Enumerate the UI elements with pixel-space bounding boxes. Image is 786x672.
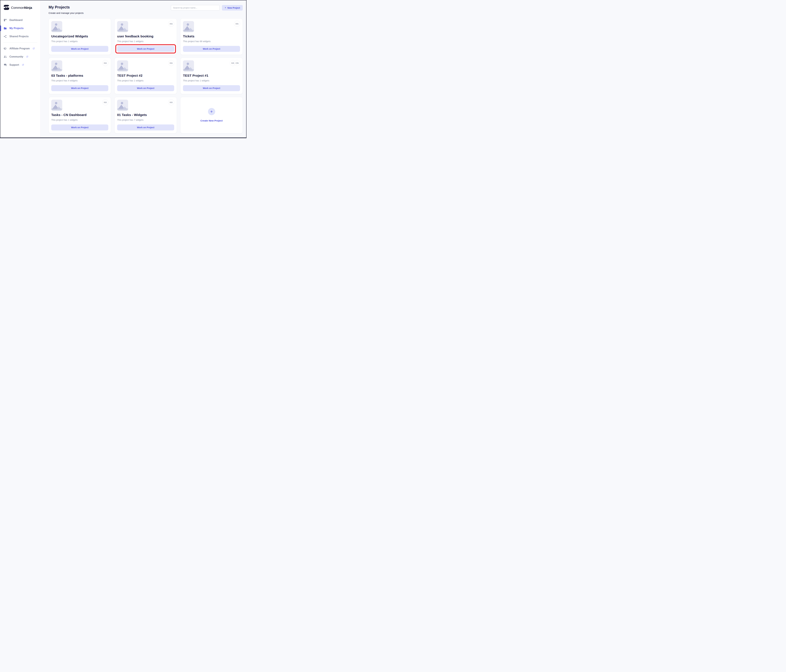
collaborator-badge: HA	[168, 21, 174, 27]
work-on-project-button[interactable]: Work on Project	[117, 46, 174, 52]
people-icon	[3, 55, 7, 58]
new-project-button[interactable]: + New Project	[222, 5, 243, 11]
collaborator-badge: CN	[234, 60, 240, 66]
project-widget-count: This project has 1 widgets	[117, 40, 174, 42]
collaborator-badge: HA	[102, 60, 108, 66]
page-title: My Projects	[49, 5, 83, 9]
project-thumbnail-image	[51, 21, 62, 32]
project-thumbnail-image	[51, 60, 62, 71]
project-thumbnail-image	[117, 60, 128, 71]
collaborator-badge: HA	[234, 21, 240, 27]
projects-grid: Uncategorized Widgets This project has 1…	[49, 18, 243, 133]
sidebar-item-label: Community	[9, 55, 23, 58]
work-on-project-button[interactable]: Work on Project	[51, 46, 108, 52]
sidebar-item-label: Affiliate Program	[9, 47, 30, 50]
sidebar-item-support[interactable]: Support	[0, 61, 41, 69]
project-thumbnail-image	[117, 100, 128, 111]
chat-icon	[3, 63, 7, 67]
collaborator-badges: HA	[102, 99, 108, 105]
project-thumbnail-image	[117, 21, 128, 32]
sidebar-item-community[interactable]: Community	[0, 53, 41, 61]
project-card: HA 01 Tasks - Widgets This project has 7…	[115, 97, 177, 133]
project-title: TEST Project #2	[117, 74, 174, 77]
collaborator-badge: HA	[102, 99, 108, 105]
sidebar-item-affiliate-program[interactable]: Affiliate Program	[0, 44, 41, 53]
work-on-project-button[interactable]: Work on Project	[51, 124, 108, 130]
project-title: Tickets	[183, 35, 240, 38]
work-on-project-button[interactable]: Work on Project	[117, 85, 174, 91]
new-project-label: New Project	[228, 6, 240, 9]
handshake-icon	[3, 47, 7, 50]
search-input[interactable]	[171, 5, 220, 11]
project-title: Tasks - CN Dashboard	[51, 113, 108, 117]
sidebar: CommonNinja Dashboard My Projects	[0, 0, 41, 138]
page-header: My Projects Create and manage your proje…	[49, 5, 243, 14]
project-widget-count: This project has 68 widgets	[183, 40, 240, 42]
create-new-project-label: Create New Project	[200, 119, 223, 122]
dashboard-icon	[3, 18, 7, 22]
collaborator-badge: HA	[168, 99, 174, 105]
project-card: HA user feedback booking This project ha…	[115, 18, 177, 55]
collaborator-badges: HACN	[230, 60, 240, 66]
project-widget-count: This project has 1 widgets	[117, 79, 174, 82]
external-link-icon	[26, 56, 28, 58]
project-card: Uncategorized Widgets This project has 1…	[49, 18, 111, 55]
project-thumbnail-image	[183, 21, 194, 32]
collaborator-badges: HA	[102, 60, 108, 66]
project-card: HA Tasks - CN Dashboard This project has…	[49, 97, 111, 133]
project-card: HA 03 Tasks - platforms This project has…	[49, 58, 111, 94]
brand-logo[interactable]: CommonNinja	[0, 0, 41, 16]
collaborator-badge: HA	[168, 60, 174, 66]
common-ninja-logo-icon	[3, 5, 9, 11]
project-card: HA TEST Project #2 This project has 1 wi…	[115, 58, 177, 94]
page-subtitle: Create and manage your projects	[49, 12, 83, 14]
main-content: My Projects Create and manage your proje…	[41, 0, 246, 133]
plus-icon[interactable]: +	[208, 108, 215, 115]
external-link-icon	[33, 47, 35, 50]
sidebar-item-shared-projects[interactable]: Shared Projects	[0, 32, 41, 41]
sidebar-item-dashboard[interactable]: Dashboard	[0, 16, 41, 24]
create-new-project-card[interactable]: + Create New Project	[180, 97, 243, 133]
sidebar-item-label: Dashboard	[9, 19, 23, 22]
sidebar-item-label: My Projects	[9, 27, 24, 30]
plus-icon: +	[225, 6, 226, 9]
project-title: user feedback booking	[117, 35, 174, 38]
project-thumbnail-image	[183, 60, 194, 71]
collaborator-badges: HA	[168, 21, 174, 27]
project-widget-count: This project has 1 widgets	[183, 79, 240, 82]
folder-icon	[3, 27, 7, 30]
external-link-icon	[22, 64, 24, 66]
project-card: HA Tickets This project has 68 widgets W…	[180, 18, 243, 55]
work-on-project-button[interactable]: Work on Project	[183, 46, 240, 52]
project-title: 01 Tasks - Widgets	[117, 113, 174, 117]
work-on-project-button[interactable]: Work on Project	[117, 124, 174, 130]
project-title: TEST Project #1	[183, 74, 240, 77]
sidebar-item-label: Shared Projects	[9, 35, 28, 38]
project-title: Uncategorized Widgets	[51, 35, 108, 38]
sidebar-item-label: Support	[9, 63, 19, 66]
collaborator-badges: HA	[168, 60, 174, 66]
project-title: 03 Tasks - platforms	[51, 74, 108, 77]
project-widget-count: This project has 4 widgets	[51, 79, 108, 82]
work-on-project-button[interactable]: Work on Project	[51, 85, 108, 91]
project-card: HACN TEST Project #1 This project has 1 …	[180, 58, 243, 94]
sidebar-nav: Dashboard My Projects Shared Project	[0, 16, 41, 69]
brand-name: CommonNinja	[11, 6, 32, 9]
collaborator-badges: HA	[234, 21, 240, 27]
sidebar-item-my-projects[interactable]: My Projects	[0, 24, 41, 32]
project-widget-count: This project has 7 widgets	[117, 119, 174, 121]
project-thumbnail-image	[51, 100, 62, 111]
project-widget-count: This project has 1 widgets	[51, 119, 108, 121]
project-widget-count: This project has 1 widgets	[51, 40, 108, 42]
collaborator-badges: HA	[168, 99, 174, 105]
share-icon	[3, 35, 7, 38]
work-on-project-button[interactable]: Work on Project	[183, 85, 240, 91]
